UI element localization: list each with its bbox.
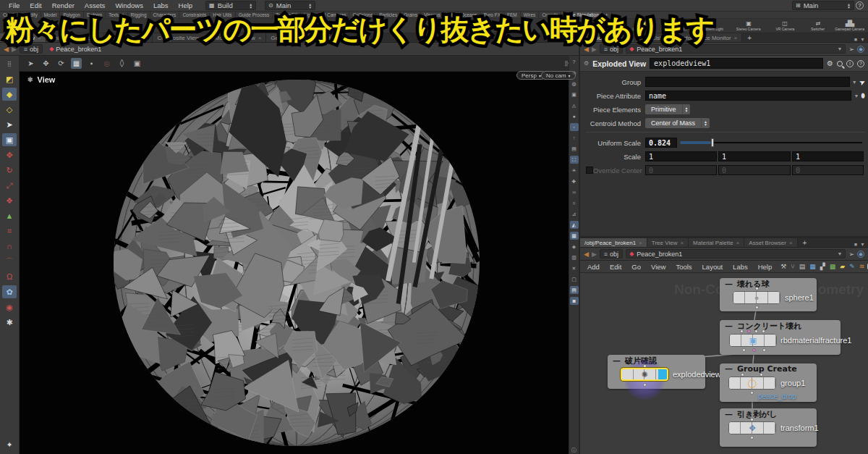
net-menu-labs[interactable]: Labs (728, 263, 752, 271)
collapse-icon[interactable]: — (725, 410, 733, 419)
view-options-icon[interactable]: ◬ (570, 101, 579, 109)
scale-y-input[interactable]: 1 (718, 151, 791, 161)
snap-grid-tool[interactable]: ⌗ (2, 224, 17, 237)
node-input-dot[interactable] (755, 287, 759, 290)
point-numbers-icon[interactable]: ¹² (570, 188, 579, 196)
snap-point-tool[interactable]: ∩ (2, 240, 17, 253)
color-palette-icon[interactable]: ▩ (828, 263, 838, 270)
grab-view-tool[interactable]: ✦ (2, 438, 17, 451)
scale-x-input[interactable]: 1 (645, 151, 717, 161)
rotate-view-icon[interactable]: ✕ (570, 264, 579, 272)
search-icon[interactable] (837, 61, 843, 67)
view-radial-tool[interactable]: ✿ (2, 285, 17, 298)
light-icon[interactable]: ☀ (570, 167, 579, 175)
xray-icon[interactable]: ▥ (570, 253, 579, 261)
select-dynamics-tool[interactable]: ◇ (2, 103, 17, 116)
lock-camera-icon[interactable]: ▣ (570, 91, 579, 98)
help-icon[interactable]: ? (570, 58, 579, 66)
net-menu-add[interactable]: Add (583, 263, 604, 271)
node-input-dot[interactable] (762, 329, 765, 333)
tool-switcher[interactable]: ⇄ Switcher (801, 19, 835, 33)
node-rbdmaterialfracture1[interactable]: ▣ (729, 334, 777, 347)
pointer-tool[interactable]: ➤ (2, 118, 17, 131)
select-arrow-icon[interactable]: ➤ (858, 77, 867, 87)
translate-tool[interactable]: ✥ (2, 148, 17, 161)
node-output-dot[interactable] (755, 306, 759, 309)
layout-grid-icon[interactable]: ▦ (808, 263, 817, 270)
frame-view-icon[interactable]: ⛶ (570, 156, 579, 164)
chevron-down-icon[interactable]: ▼ (838, 251, 843, 256)
new-tab-button[interactable]: + (742, 34, 757, 42)
select-objects-tool[interactable]: ◩ (2, 72, 17, 85)
layout-grid2-icon[interactable]: ▞ (819, 263, 827, 270)
forward-icon[interactable]: ▶ (592, 251, 597, 258)
snippet-icon[interactable]: ≋ (858, 263, 867, 270)
info-icon[interactable]: ⓘ (570, 446, 579, 454)
spotlight-icon[interactable]: ◙ (570, 297, 579, 305)
node-output-dot[interactable] (742, 348, 746, 352)
display-flag[interactable] (658, 369, 667, 379)
path-field[interactable]: ◆ Peace_broken1 ▼ (626, 249, 846, 258)
scale-z-input[interactable]: 1 (792, 151, 864, 161)
tab-material-palette[interactable]: Material Palette× (689, 238, 744, 247)
box-select-icon[interactable]: ▦ (71, 58, 82, 69)
close-icon[interactable]: × (680, 240, 684, 246)
toolbar-handle-icon[interactable]: ⣿ (2, 57, 17, 70)
lock-tool[interactable]: ▣ (2, 133, 17, 146)
collapse-icon[interactable]: — (613, 356, 621, 366)
right-desktop-dropdown[interactable]: ⊞ Main ▲▼ (792, 1, 854, 10)
back-icon[interactable]: ◀ (584, 251, 589, 258)
node-explodedview1[interactable]: ✺ (621, 368, 668, 381)
pane-square-icon[interactable]: ■ (854, 37, 857, 42)
node-transform1[interactable]: ✥ (728, 421, 776, 434)
uniform-scale-slider[interactable] (680, 138, 862, 148)
network-canvas[interactable]: Non-Commercial Geometry —壊れる球 ● sphere1 … (580, 273, 868, 454)
close-icon[interactable]: × (736, 240, 740, 246)
radial-menu-icon[interactable]: ✾ (27, 76, 33, 83)
pin-pane-icon[interactable]: ➢ (848, 46, 854, 53)
node-output-dot[interactable] (762, 348, 766, 352)
camera-icon[interactable]: ▣ (132, 58, 142, 69)
viewport-canvas[interactable] (20, 72, 569, 454)
pane-menu-icon[interactable]: ▼ (860, 37, 865, 42)
display-prims-icon[interactable]: ▤ (570, 145, 579, 153)
close-icon[interactable]: × (639, 240, 642, 246)
collapse-icon[interactable]: — (725, 321, 733, 331)
node-output-dot[interactable] (752, 348, 756, 352)
pane-menu-icon[interactable]: ▼ (860, 242, 865, 247)
node-input-dot[interactable] (740, 329, 744, 333)
list-icon[interactable]: ▤ (798, 263, 807, 270)
node-input-dot[interactable] (754, 329, 758, 333)
net-menu-edit[interactable]: Edit (605, 263, 626, 271)
net-menu-help[interactable]: Help (754, 263, 777, 271)
marquee-icon[interactable]: ▪ (86, 58, 97, 69)
chevron-down-icon[interactable]: ▼ (854, 93, 859, 98)
collapse-icon[interactable]: — (725, 279, 733, 289)
node-name-field[interactable]: explodedview1 (650, 58, 823, 69)
node-group1[interactable]: ◯ (728, 377, 776, 390)
uniform-scale-input[interactable]: 0.824 (645, 138, 677, 148)
ruler-icon[interactable]: ⊿ (570, 210, 579, 218)
template-icon[interactable]: ▩ (570, 232, 579, 240)
snapshot-view-icon[interactable]: ▤ (570, 286, 579, 294)
link-icon[interactable]: ◉ (857, 251, 864, 258)
node-output-dot[interactable] (750, 436, 754, 440)
help-icon[interactable]: ? (856, 1, 864, 9)
help-icon[interactable]: ? (857, 60, 864, 67)
tool-vr-camera[interactable]: ◫ VR Camera (768, 19, 801, 33)
snapshot-icon[interactable]: 🮮 (116, 58, 127, 69)
menu-assets[interactable]: Assets (80, 1, 110, 10)
tab-network-path[interactable]: /obj/Peace_broken1× (580, 238, 647, 247)
ghost-icon[interactable]: ◈ (570, 243, 579, 251)
material-shade-icon[interactable]: ● (570, 112, 579, 120)
snap-circle-tool[interactable]: ◉ (2, 300, 17, 314)
axis-icon[interactable]: ✚ (570, 177, 579, 185)
close-icon[interactable]: × (734, 35, 738, 41)
menu-edit[interactable]: Edit (25, 1, 46, 10)
tab-tree-view[interactable]: Tree View× (647, 238, 689, 247)
node-output-dot[interactable] (750, 391, 754, 395)
node-output-dot[interactable] (643, 383, 647, 387)
tab-asset-browser[interactable]: Asset Browser× (744, 238, 797, 247)
grid-icon[interactable]: ⌗ (570, 199, 579, 207)
menu-file[interactable]: File (4, 1, 24, 10)
